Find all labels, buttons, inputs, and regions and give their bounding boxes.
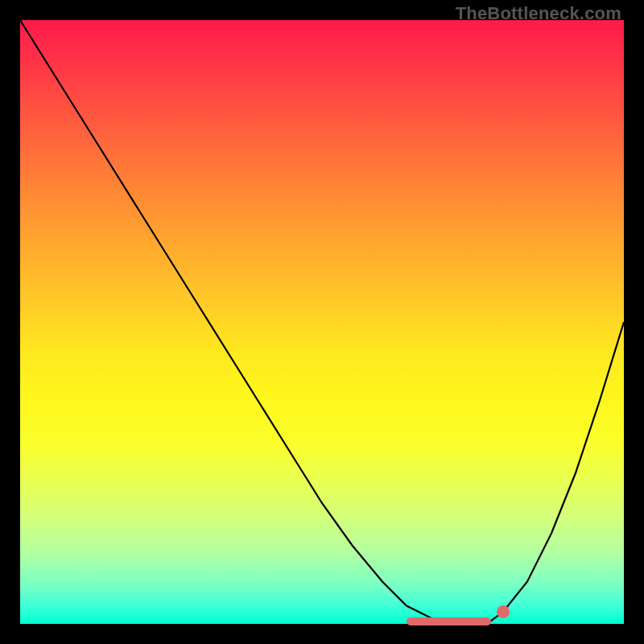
highlight-marker (497, 605, 510, 618)
attribution-text: TheBottleneck.com (456, 3, 621, 24)
bottleneck-curve (20, 20, 624, 624)
plot-area (20, 20, 624, 624)
optimal-range-band (407, 617, 491, 625)
chart-container: TheBottleneck.com (0, 0, 644, 644)
